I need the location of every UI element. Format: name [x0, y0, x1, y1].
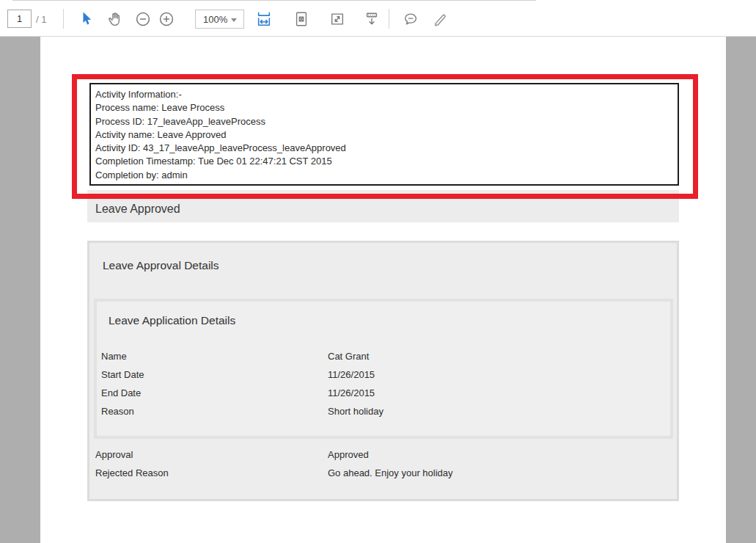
comment-tool-button[interactable]: [403, 11, 419, 27]
leave-application-details-panel: Leave Application Details Name Cat Grant…: [94, 299, 673, 439]
hide-toolbar-button[interactable]: [364, 11, 380, 27]
panel-title: Leave Approval Details: [103, 259, 677, 272]
expand-window-icon: [329, 11, 345, 27]
hand-icon: [107, 11, 123, 27]
chevron-down-icon: [231, 18, 237, 22]
comment-bubble-icon: [403, 11, 419, 27]
plus-circle-icon: [158, 11, 175, 27]
field-value: Go ahead. Enjoy your holiday: [328, 467, 453, 478]
page-count-label: / 1: [36, 14, 46, 25]
field-row: Start Date 11/26/2015: [101, 365, 666, 384]
field-value: Cat Grant: [328, 351, 369, 362]
section-title: Leave Approved: [95, 203, 180, 216]
field-value: 11/26/2015: [328, 387, 375, 398]
field-label: End Date: [101, 387, 141, 398]
field-label: Reason: [101, 406, 134, 417]
hand-pan-tool-button[interactable]: [107, 11, 123, 27]
field-label: Approval: [95, 449, 133, 460]
field-row: Reason Short holiday: [101, 402, 666, 420]
fit-width-icon: [256, 11, 272, 27]
page-number-input[interactable]: [7, 10, 32, 28]
zoom-level-value: 100%: [203, 14, 227, 25]
select-tool-button[interactable]: [78, 11, 95, 27]
field-value: 11/26/2015: [328, 369, 375, 380]
fit-page-button[interactable]: [293, 11, 309, 27]
minus-circle-icon: [135, 11, 151, 27]
toolbar-divider: [389, 9, 389, 29]
top-edge-artifact: [12, 0, 536, 1]
field-label: Rejected Reason: [95, 467, 169, 478]
field-row: End Date 11/26/2015: [101, 384, 666, 402]
highlighter-pen-icon: [432, 11, 448, 27]
field-label: Start Date: [101, 369, 144, 380]
toolbar-collapse-icon: [364, 11, 380, 27]
document-canvas[interactable]: Activity Information:- Process name: Lea…: [0, 37, 756, 543]
cursor-arrow-icon: [78, 11, 95, 27]
fit-width-button[interactable]: [256, 11, 272, 27]
fit-page-icon: [293, 11, 309, 27]
zoom-out-button[interactable]: [135, 11, 151, 27]
zoom-level-dropdown[interactable]: 100%: [195, 10, 244, 29]
highlight-tool-button[interactable]: [432, 11, 448, 27]
zoom-in-button[interactable]: [158, 11, 175, 27]
actual-size-button[interactable]: [329, 11, 345, 27]
panel-title: Leave Application Details: [109, 314, 670, 327]
field-row: Approval Approved: [95, 445, 671, 464]
toolbar-divider: [63, 9, 64, 29]
red-highlight-annotation: [72, 74, 698, 199]
approval-fields: Approval Approved Rejected Reason Go ahe…: [95, 445, 671, 482]
application-fields: Name Cat Grant Start Date 11/26/2015 End…: [101, 347, 666, 420]
pdf-viewer-window: / 1 100%: [0, 0, 756, 543]
pdf-page: Activity Information:- Process name: Lea…: [40, 37, 726, 543]
field-label: Name: [101, 351, 127, 362]
viewer-toolbar: / 1 100%: [0, 0, 756, 37]
field-value: Short holiday: [328, 406, 383, 417]
field-value: Approved: [328, 449, 369, 460]
field-row: Rejected Reason Go ahead. Enjoy your hol…: [95, 464, 671, 482]
field-row: Name Cat Grant: [101, 347, 666, 365]
